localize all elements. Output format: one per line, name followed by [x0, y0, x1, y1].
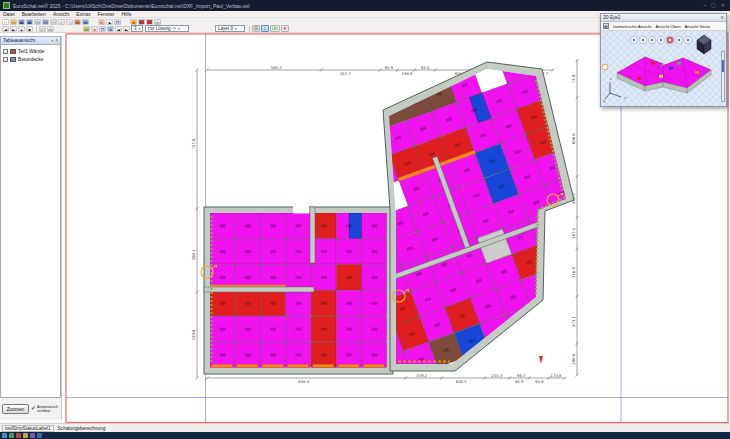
svg-text:215.3: 215.3	[492, 373, 503, 378]
pan-down-icon[interactable]: ▼	[26, 26, 33, 32]
menu-item-hilfe[interactable]: Hilfe	[121, 11, 131, 17]
status-label: toolStripStatusLabel1	[2, 425, 54, 432]
svg-text:380.1: 380.1	[191, 249, 196, 260]
undo-icon[interactable]: ↶	[58, 19, 65, 25]
layer-tree: ✓Teil1 Wände✓Betondecke	[0, 45, 61, 398]
statusbar: toolStripStatusLabel1 Schalungsberechnun…	[0, 423, 730, 432]
solution-count-combo[interactable]: 3▾	[131, 25, 143, 32]
next-solution-icon[interactable]: ►	[123, 26, 130, 32]
taskbar-app-icon[interactable]	[37, 433, 42, 438]
grid-toggle-button[interactable]: G	[252, 25, 260, 32]
units-button[interactable]: Un	[270, 25, 280, 32]
pin-icon[interactable]: ▪	[52, 38, 54, 43]
plan-view-icon[interactable]: ▦	[82, 19, 89, 25]
viewer3d-window[interactable]: 3D Eye2 ✕ ▦Isometrische AnsichtAnsicht O…	[600, 13, 727, 107]
open-folder-icon[interactable]: ▨	[10, 19, 17, 25]
taskbar-app-icon[interactable]	[23, 433, 28, 438]
viewer3d-title: 3D Eye2	[603, 15, 720, 20]
3d-building	[617, 57, 711, 93]
svg-text:74.8: 74.8	[571, 74, 576, 83]
perpendicular-button[interactable]: ⊥	[261, 25, 269, 32]
visibility-icon[interactable]: ▧	[83, 26, 90, 32]
pan-left-icon[interactable]: ◄	[2, 26, 9, 32]
select-cursor-icon[interactable]: ➤	[106, 19, 113, 25]
viewer3d-viewport[interactable]: zxy	[601, 31, 726, 106]
viewer3d-menu-isometrische-ansicht[interactable]: Isometrische Ansicht	[613, 24, 651, 29]
tree-item-1[interactable]: ✓Teil1 Wände	[3, 47, 60, 55]
wall-panels-icon[interactable]: ▥	[138, 19, 145, 25]
auto-visible-checkbox[interactable]: ✔ Automatisch sichtbar	[31, 405, 59, 413]
menu-item-datei[interactable]: Datei	[3, 11, 15, 17]
svg-text:98.7: 98.7	[517, 373, 526, 378]
menu-item-bearbeiten[interactable]: Bearbeiten	[22, 11, 46, 17]
report-icon[interactable]: ▤	[42, 19, 49, 25]
item-checkbox[interactable]: ✓	[3, 57, 8, 62]
redo-icon[interactable]: ↷	[66, 19, 73, 25]
svg-text:94.4: 94.4	[421, 65, 430, 70]
print-icon[interactable]: ▭	[50, 19, 57, 25]
taskbar-app-icon[interactable]	[30, 433, 35, 438]
zoom-window-icon[interactable]: ◱	[39, 26, 46, 32]
viewer3d-close-icon[interactable]: ✕	[720, 15, 724, 20]
new-file-icon[interactable]: ▯	[2, 19, 9, 25]
iso-building-view: zxy	[601, 31, 726, 106]
item-type-icon	[10, 49, 16, 54]
viewer3d-menu-ansicht-oben[interactable]: Ansicht Oben	[655, 24, 680, 29]
os-taskbar[interactable]	[0, 432, 730, 439]
svg-text:319.2: 319.2	[416, 373, 427, 378]
zoom-tool-icon[interactable]: ◎	[154, 19, 161, 25]
save-all-icon[interactable]: ▣	[26, 19, 33, 25]
close-view-button[interactable]: ✕	[281, 25, 289, 32]
zoom-all-icon[interactable]: ◎	[47, 26, 54, 32]
taskbar-app-icon[interactable]	[9, 433, 14, 438]
taskbar-app-icon[interactable]	[16, 433, 21, 438]
viewer3d-titlebar[interactable]: 3D Eye2 ✕	[601, 14, 726, 22]
save-icon[interactable]: ▣	[18, 19, 25, 25]
table-icon[interactable]: Π	[114, 19, 121, 25]
menu-item-extras[interactable]: Extras	[76, 11, 90, 17]
3d-cursor	[602, 64, 608, 70]
menu-item-ansicht[interactable]: Ansicht	[53, 11, 69, 17]
sidebar-title: Tableauansicht	[3, 38, 50, 43]
viewer3d-menubar: ▦Isometrische AnsichtAnsicht ObenAnsicht…	[601, 22, 726, 31]
taskbar-app-icon[interactable]	[2, 433, 7, 438]
viewer3d-menu-ansicht-vorne[interactable]: Ansicht Vorne	[685, 24, 711, 29]
minimize-button[interactable]: –	[703, 0, 706, 11]
menu-item-fenster[interactable]: Fenster	[97, 11, 114, 17]
close-panel-icon[interactable]: ×	[55, 38, 58, 43]
copy-icon[interactable]: ▤	[34, 19, 41, 25]
delete-solution-icon[interactable]: ✕	[91, 26, 98, 32]
svg-text:z: z	[610, 77, 612, 81]
svg-text:580.4: 580.4	[271, 65, 282, 70]
svg-text:658.8: 658.8	[298, 379, 309, 384]
formwork-icon[interactable]: ✱	[130, 19, 137, 25]
prev-solution-icon[interactable]: ◄	[115, 26, 122, 32]
solution-filter-combo[interactable]: nur Lösung ->▾	[145, 25, 189, 32]
viewer3d-menu-icon[interactable]: ▦	[603, 23, 609, 29]
viewer3d-zoom-slider[interactable]	[721, 51, 725, 102]
item-type-icon	[10, 57, 16, 62]
checkmark-icon: ✔	[31, 405, 36, 412]
zoom-button[interactable]: Zoomen	[2, 404, 29, 414]
render-view-icon[interactable]: ▦	[74, 19, 81, 25]
pan-up-icon[interactable]: ▲	[18, 26, 25, 32]
svg-text:x: x	[624, 96, 626, 100]
slab-table-icon[interactable]: Π	[99, 26, 106, 32]
item-checkbox[interactable]: ✓	[3, 49, 8, 54]
titlebar: EuroSchal.net® 2025 - C:\Users\UliSch\On…	[0, 0, 730, 11]
settings-gear-icon[interactable]: ✳	[107, 26, 114, 32]
sidebar-panel: Tableauansicht ▪ × ✓Teil1 Wände✓Betondec…	[0, 36, 62, 420]
svg-text:y: y	[604, 99, 606, 103]
maximize-button[interactable]: ▢	[711, 0, 716, 11]
app-icon	[3, 2, 10, 9]
pan-right-icon[interactable]: ►	[10, 26, 17, 32]
layer-combo[interactable]: Layer 0▾	[215, 25, 245, 32]
close-button[interactable]: ✕	[721, 0, 725, 11]
slab-panels-icon[interactable]: ▥	[146, 19, 153, 25]
application-window: EuroSchal.net® 2025 - C:\Users\UliSch\On…	[0, 0, 730, 439]
svg-text:296.6: 296.6	[571, 353, 576, 364]
svg-text:94.9: 94.9	[515, 379, 524, 384]
nav-cube[interactable]	[697, 35, 711, 54]
draw-wall-icon[interactable]: ✎	[98, 19, 105, 25]
tree-item-2[interactable]: ✓Betondecke	[3, 55, 60, 63]
